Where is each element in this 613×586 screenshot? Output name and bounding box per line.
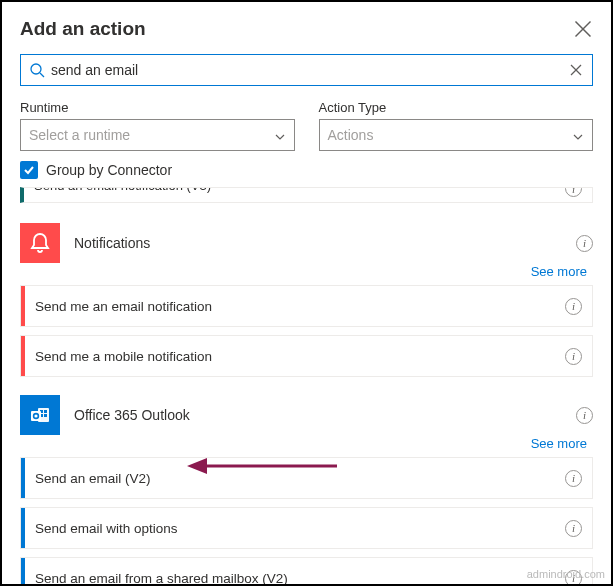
info-icon[interactable] bbox=[565, 520, 582, 537]
actiontype-placeholder: Actions bbox=[328, 127, 374, 143]
connector-name: Notifications bbox=[74, 235, 150, 251]
see-more-link[interactable]: See more bbox=[531, 436, 587, 451]
close-icon[interactable] bbox=[573, 19, 593, 39]
svg-line-3 bbox=[40, 73, 44, 77]
actiontype-label: Action Type bbox=[319, 100, 594, 115]
runtime-label: Runtime bbox=[20, 100, 295, 115]
action-label: Send email with options bbox=[35, 521, 565, 536]
action-item[interactable]: Send me a mobile notification bbox=[20, 335, 593, 377]
connector-color-bar bbox=[21, 558, 25, 586]
connector-name: Office 365 Outlook bbox=[74, 407, 190, 423]
svg-rect-10 bbox=[44, 414, 47, 417]
action-item-send-email-v2[interactable]: Send an email (V2) bbox=[20, 457, 593, 499]
runtime-select[interactable]: Select a runtime bbox=[20, 119, 295, 151]
info-icon[interactable] bbox=[576, 235, 593, 252]
chevron-down-icon bbox=[274, 129, 286, 141]
action-label: Send me a mobile notification bbox=[35, 349, 565, 364]
connector-color-bar bbox=[21, 336, 25, 376]
action-item[interactable]: Send me an email notification bbox=[20, 285, 593, 327]
connector-header-notifications[interactable]: Notifications See more bbox=[20, 223, 593, 263]
action-item[interactable]: Send an email from a shared mailbox (V2) bbox=[20, 557, 593, 586]
info-icon[interactable] bbox=[565, 348, 582, 365]
connector-color-bar bbox=[21, 286, 25, 326]
connector-color-bar bbox=[21, 508, 25, 548]
outlook-icon bbox=[20, 395, 60, 435]
connector-color-bar bbox=[21, 458, 25, 498]
svg-rect-11 bbox=[31, 411, 41, 421]
watermark: admindroid.com bbox=[527, 568, 605, 580]
search-input[interactable] bbox=[51, 62, 568, 78]
see-more-link[interactable]: See more bbox=[531, 264, 587, 279]
svg-point-2 bbox=[31, 64, 41, 74]
svg-rect-8 bbox=[44, 410, 47, 413]
group-by-connector-label: Group by Connector bbox=[46, 162, 172, 178]
action-label: Send an email (V2) bbox=[35, 471, 565, 486]
search-box[interactable] bbox=[20, 54, 593, 86]
chevron-down-icon bbox=[572, 129, 584, 141]
search-icon bbox=[29, 62, 45, 78]
action-item[interactable]: Send email with options bbox=[20, 507, 593, 549]
clear-search-icon[interactable] bbox=[568, 62, 584, 78]
bell-icon bbox=[20, 223, 60, 263]
actiontype-select[interactable]: Actions bbox=[319, 119, 594, 151]
group-by-connector-checkbox[interactable] bbox=[20, 161, 38, 179]
info-icon[interactable] bbox=[565, 470, 582, 487]
action-label: Send an email from a shared mailbox (V2) bbox=[35, 571, 565, 586]
action-label: Send an email notification (V3) bbox=[34, 187, 211, 193]
info-icon[interactable] bbox=[565, 187, 582, 197]
info-icon[interactable] bbox=[565, 298, 582, 315]
connector-header-outlook[interactable]: Office 365 Outlook See more bbox=[20, 395, 593, 435]
info-icon[interactable] bbox=[576, 407, 593, 424]
runtime-placeholder: Select a runtime bbox=[29, 127, 130, 143]
action-label: Send me an email notification bbox=[35, 299, 565, 314]
page-title: Add an action bbox=[20, 18, 146, 40]
action-item-partial[interactable]: Send an email notification (V3) bbox=[20, 187, 593, 203]
